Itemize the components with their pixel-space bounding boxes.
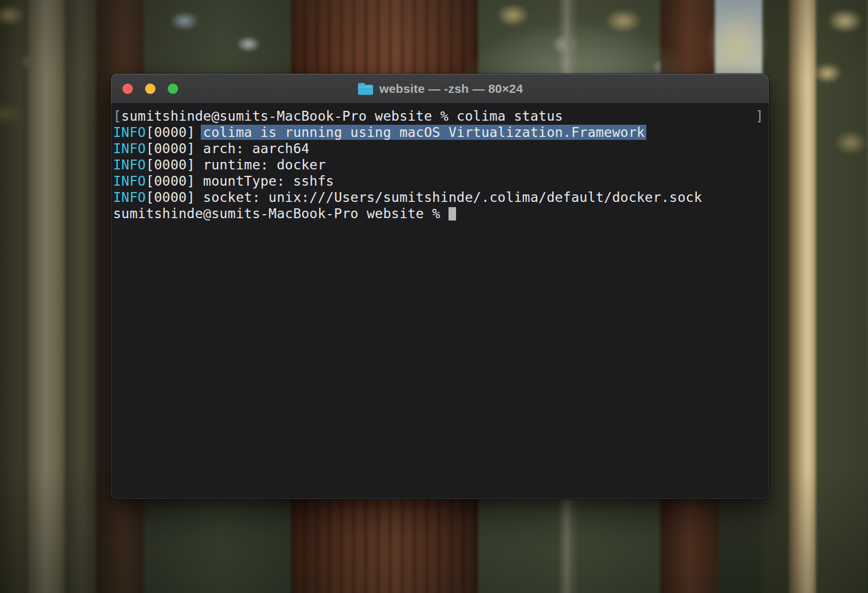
- log-tag: [0000]: [146, 190, 203, 205]
- log-level: INFO: [113, 190, 146, 205]
- log-message: mountType: sshfs: [203, 173, 334, 189]
- log-level: INFO: [113, 125, 146, 140]
- command-text: sumitshinde@sumits-MacBook-Pro website %…: [121, 109, 563, 124]
- log-message: socket: unix:///Users/sumitshinde/.colim…: [203, 190, 702, 205]
- terminal-titlebar[interactable]: website — -zsh — 80×24: [111, 74, 769, 104]
- log-message: arch: aarch64: [203, 141, 309, 156]
- log-level: INFO: [113, 173, 146, 189]
- terminal-screen[interactable]: [sumitshinde@sumits-MacBook-Pro website …: [111, 104, 769, 498]
- terminal-line-prompt: sumitshinde@sumits-MacBook-Pro website %: [113, 205, 765, 222]
- terminal-line-command: [sumitshinde@sumits-MacBook-Pro website …: [113, 108, 765, 124]
- terminal-line-log: INFO[0000] runtime: docker: [113, 157, 765, 173]
- zoom-button[interactable]: [168, 84, 178, 94]
- log-tag: [0000]: [146, 157, 203, 172]
- close-button[interactable]: [122, 84, 133, 94]
- terminal-cursor: [449, 207, 456, 220]
- terminal-window: website — -zsh — 80×24 [sumitshinde@sumi…: [111, 74, 769, 499]
- prompt-mark-close: ]: [755, 108, 764, 124]
- log-message-selected[interactable]: colima is running using macOS Virtualiza…: [201, 125, 646, 140]
- traffic-lights: [122, 74, 178, 103]
- prompt-mark-open: [: [113, 109, 121, 124]
- terminal-line-log: INFO[0000] arch: aarch64: [113, 140, 765, 157]
- desktop: website — -zsh — 80×24 [sumitshinde@sumi…: [0, 0, 868, 593]
- log-tag: [0000]: [146, 125, 203, 140]
- log-level: INFO: [113, 157, 146, 172]
- log-message: runtime: docker: [203, 157, 326, 172]
- prompt-text: sumitshinde@sumits-MacBook-Pro website %: [113, 206, 449, 221]
- terminal-line-log: INFO[0000] socket: unix:///Users/sumitsh…: [113, 189, 765, 205]
- terminal-line-log: INFO[0000] mountType: sshfs: [113, 173, 765, 189]
- log-level: INFO: [113, 141, 146, 156]
- log-tag: [0000]: [146, 173, 203, 189]
- minimize-button[interactable]: [145, 84, 155, 94]
- log-tag: [0000]: [146, 141, 203, 156]
- folder-icon: [357, 81, 374, 96]
- window-title: website — -zsh — 80×24: [379, 82, 523, 96]
- terminal-line-log: INFO[0000] colima is running using macOS…: [113, 124, 765, 140]
- title-group: website — -zsh — 80×24: [357, 81, 523, 96]
